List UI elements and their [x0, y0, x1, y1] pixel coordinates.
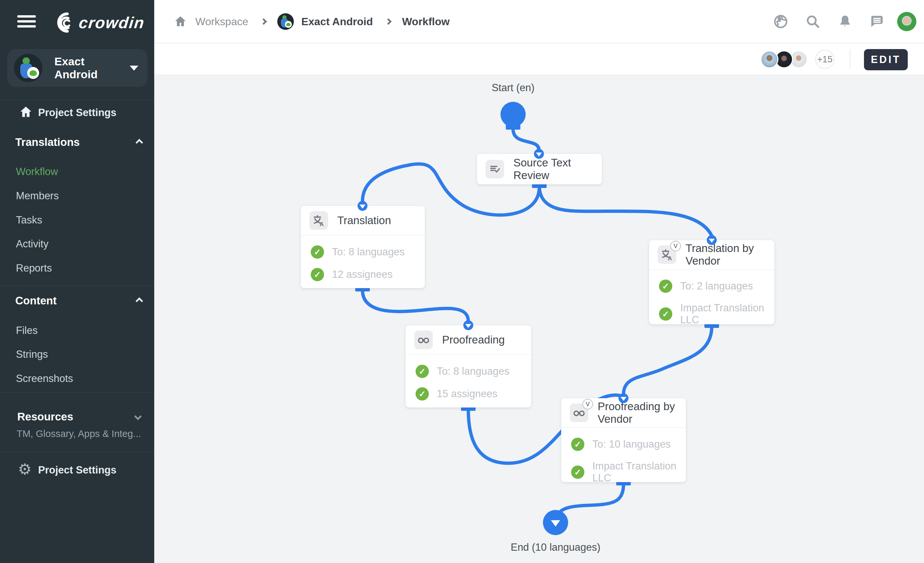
messages-icon[interactable] — [869, 14, 885, 29]
check-circle-icon: ✓ — [416, 365, 429, 378]
sidebar-item-members[interactable]: Members — [16, 190, 59, 202]
node-title: Translation by Vendor — [686, 242, 766, 267]
proofreading-icon: V — [570, 404, 588, 422]
workflow-node-translation-by-vendor[interactable]: A V Translation by Vendor ✓ To: 2 langua… — [649, 240, 774, 324]
check-circle-icon: ✓ — [571, 466, 584, 479]
connector-start-to-source — [513, 129, 539, 150]
chevron-up-icon[interactable] — [136, 139, 143, 147]
workflow-node-proofreading[interactable]: Proofreading ✓ To: 8 languages ✓ 15 assi… — [406, 325, 531, 407]
home-icon — [19, 103, 33, 121]
sidebar-item-files[interactable]: Files — [16, 325, 38, 337]
sidebar-item-project-settings-bottom[interactable]: Project Settings — [38, 464, 116, 476]
search-icon[interactable] — [805, 14, 820, 29]
project-avatar — [14, 54, 42, 82]
resources-subtitle: TM, Glossary, Apps & Integ... — [16, 428, 141, 439]
avatar-overflow-badge[interactable]: +15 — [815, 50, 834, 69]
crowdin-logo[interactable]: crowdin — [50, 12, 145, 33]
android-badge-icon — [27, 67, 39, 79]
android-badge-icon — [285, 21, 292, 28]
workflow-node-translation[interactable]: A Translation ✓ To: 8 languages ✓ 12 ass… — [301, 206, 425, 288]
translation-icon: A V — [658, 246, 676, 264]
home-icon[interactable] — [174, 15, 188, 28]
connector-translation-to-proofreading — [363, 290, 468, 321]
node-detail-row: ✓ 15 assignees — [416, 387, 523, 401]
start-node-label: Start (en) — [464, 82, 563, 94]
workflow-node-source-text-review[interactable]: Source Text Review — [477, 154, 602, 184]
node-detail-row: ✓ Impact Translation LLC — [571, 460, 677, 484]
globe-icon[interactable] — [773, 14, 788, 29]
gear-icon: ⚙ — [18, 461, 32, 477]
breadcrumb-page: Workflow — [402, 16, 449, 28]
divider — [0, 452, 154, 452]
project-selector[interactable]: Exact Android — [7, 49, 148, 87]
connector-proofreading-vendor-to-end — [556, 484, 624, 518]
connector-translation-vendor-to-proofreading-vendor — [624, 326, 712, 394]
check-circle-icon: ✓ — [571, 438, 584, 451]
sidebar: crowdin Exact Android Project Settings T… — [0, 0, 154, 563]
node-title: Source Text Review — [513, 157, 593, 182]
chevron-up-icon[interactable] — [136, 297, 143, 305]
check-circle-icon: ✓ — [311, 268, 324, 281]
workflow-connectors — [154, 75, 924, 563]
section-header-translations[interactable]: Translations — [15, 136, 80, 148]
svg-text:A: A — [668, 255, 672, 261]
chevron-down-icon[interactable] — [134, 413, 142, 421]
workflow-node-proofreading-by-vendor[interactable]: V Proofreading by Vendor ✓ To: 10 langua… — [561, 398, 686, 482]
connector-source-to-translation-vendor — [539, 186, 712, 236]
breadcrumb-project[interactable]: Exact Android — [301, 16, 373, 28]
sidebar-item-strings[interactable]: Strings — [16, 349, 48, 361]
project-name: Exact Android — [54, 55, 130, 81]
end-node-label: End (10 languages) — [483, 542, 628, 553]
sidebar-item-workflow[interactable]: Workflow — [16, 166, 58, 178]
vendor-badge: V — [670, 241, 681, 252]
hamburger-menu-icon[interactable] — [17, 15, 36, 28]
node-detail-row: ✓ 12 assignees — [311, 268, 416, 281]
workflow-toolbar: +15 EDIT — [154, 43, 924, 75]
proofreading-icon — [414, 331, 433, 349]
sidebar-item-activity[interactable]: Activity — [16, 238, 48, 250]
check-circle-icon: ✓ — [659, 280, 672, 293]
start-node-circle — [501, 102, 526, 127]
breadcrumb: Workspace Exact Android Workflow — [174, 0, 450, 43]
crowdin-logo-mark — [50, 12, 74, 33]
translation-icon: A — [309, 211, 328, 230]
node-title: Proofreading by Vendor — [598, 400, 677, 425]
section-header-content[interactable]: Content — [15, 294, 57, 307]
workflow-canvas[interactable]: Start (en) End (10 languages) Source Tex… — [154, 75, 924, 563]
sidebar-item-tasks[interactable]: Tasks — [16, 214, 42, 226]
notifications-bell-icon[interactable] — [837, 14, 853, 29]
check-circle-icon: ✓ — [416, 387, 429, 401]
crowdin-logo-text: crowdin — [78, 13, 146, 32]
node-detail-row: ✓ To: 8 languages — [416, 365, 523, 378]
breadcrumb-workspace[interactable]: Workspace — [195, 16, 248, 28]
node-title: Proofreading — [442, 334, 505, 346]
divider — [0, 392, 154, 392]
caret-down-icon — [130, 66, 138, 70]
chevron-right-icon — [385, 18, 392, 25]
manager-avatar[interactable] — [760, 50, 778, 68]
sidebar-item-screenshots[interactable]: Screenshots — [16, 373, 73, 385]
source-text-review-icon — [486, 160, 504, 178]
check-circle-icon: ✓ — [659, 307, 672, 320]
edit-button[interactable]: EDIT — [864, 49, 908, 70]
chevron-right-icon — [261, 18, 267, 25]
node-detail-row: ✓ Impact Translation LLC — [659, 302, 766, 326]
top-navigation-bar: Workspace Exact Android Workflow — [154, 0, 924, 43]
section-header-resources[interactable]: Resources — [17, 410, 73, 423]
divider — [0, 286, 154, 286]
vendor-badge: V — [582, 399, 593, 409]
sidebar-item-reports[interactable]: Reports — [16, 262, 52, 274]
node-title: Translation — [337, 214, 391, 227]
breadcrumb-project-avatar — [277, 13, 294, 30]
sidebar-item-project-settings-top[interactable]: Project Settings — [38, 107, 116, 119]
node-detail-row: ✓ To: 2 languages — [659, 280, 766, 293]
divider — [850, 49, 850, 69]
node-detail-row: ✓ To: 8 languages — [311, 246, 416, 259]
node-detail-row: ✓ To: 10 languages — [571, 438, 677, 451]
divider — [0, 99, 154, 100]
svg-text:A: A — [320, 221, 324, 227]
user-avatar[interactable] — [897, 12, 916, 31]
check-circle-icon: ✓ — [311, 246, 324, 259]
